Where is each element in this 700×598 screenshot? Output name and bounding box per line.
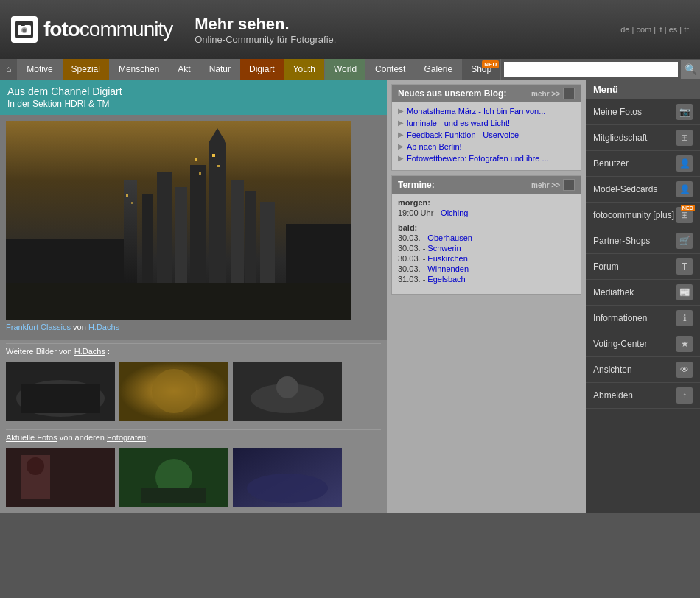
svg-rect-22 (199, 172, 201, 175)
lang-it[interactable]: it (658, 25, 662, 34)
nav-contest[interactable]: Contest (366, 59, 415, 80)
nav-world[interactable]: World (325, 59, 366, 80)
aktuelle-svg-2 (119, 448, 228, 507)
blog-box: Neues aus unserem Blog: mehr >> ▶ Monats… (391, 84, 581, 171)
sidebar-label-voting-center: Voting-Center (593, 339, 647, 349)
search-button[interactable]: 🔍 (681, 60, 700, 79)
fotografen-link[interactable]: Fotografen (107, 433, 146, 442)
search-input[interactable] (504, 62, 678, 77)
svg-rect-14 (245, 191, 256, 283)
sidebar-item-forum[interactable]: Forum T (586, 254, 700, 280)
nav-akt[interactable]: Akt (169, 59, 200, 80)
tagline-main: Mehr sehen. (195, 15, 336, 34)
blog-item-2: ▶ luminale - und es ward Licht! (398, 119, 575, 127)
featured-author-link[interactable]: H.Dachs (88, 323, 119, 331)
svg-rect-19 (126, 194, 128, 197)
featured-title-link[interactable]: Frankfurt Classics (6, 323, 71, 331)
aktuelle-svg-3 (233, 448, 342, 507)
sidebar-item-informationen[interactable]: Informationen ℹ (586, 306, 700, 331)
blog-link-4[interactable]: Ab nach Berlin! (407, 142, 462, 151)
svg-point-3 (23, 29, 27, 32)
termine-oberhausen-link[interactable]: Oberhausen (427, 233, 472, 242)
termine-schwerin-link[interactable]: Schwerin (427, 244, 461, 253)
lang-fr[interactable]: fr (684, 25, 689, 34)
sidebar-item-benutzer[interactable]: Benutzer 👤 (586, 151, 700, 177)
aktuelle-thumb-3[interactable] (233, 448, 342, 507)
blog-header: Neues aus unserem Blog: mehr >> (392, 85, 581, 102)
termine-morgen-item: 19:00 Uhr - Olching (398, 208, 575, 217)
sidebar-item-partner-shops[interactable]: Partner-Shops 🛒 (586, 228, 700, 254)
thumb-svg-1 (6, 362, 115, 421)
thumb-svg-3 (233, 362, 342, 421)
nav-spezial[interactable]: Spezial (63, 59, 110, 80)
channel-title: Aus dem Channel Digiart (7, 85, 379, 97)
sidebar-item-mitgliedschaft[interactable]: Mitgliedschaft ⊞ (586, 125, 700, 151)
sidebar-label-abmelden: Abmelden (593, 390, 633, 401)
sidebar-item-model-sedcards[interactable]: Model-Sedcards 👤 (586, 177, 700, 203)
nav-natur[interactable]: Natur (200, 59, 240, 80)
featured-image[interactable] (6, 121, 351, 320)
termine-egelsbach: 31.03. - Egelsbach (398, 275, 575, 284)
channel-section: In der Sektion HDRI & TM (7, 99, 379, 109)
thumb-1[interactable] (6, 362, 115, 421)
termine-bald-group: bald: 30.03. - Oberhausen 30.03. - Schwe… (398, 223, 575, 284)
camera-icon: 📷 (676, 104, 693, 120)
logo-icon (11, 16, 38, 43)
caption: Frankfurt Classics von H.Dachs (6, 320, 381, 334)
tagline: Mehr sehen. Online-Community für Fotogra… (195, 15, 336, 45)
thumb-3[interactable] (233, 362, 342, 421)
nav-youth[interactable]: Youth (284, 59, 325, 80)
svg-rect-7 (142, 194, 153, 283)
lang-de[interactable]: de (620, 25, 629, 34)
svg-point-40 (247, 474, 328, 503)
blog-link-5[interactable]: Fotowettbewerb: Fotografen und ihre ... (407, 154, 549, 163)
svg-rect-15 (260, 202, 275, 283)
termine-euskirchen-link[interactable]: Euskirchen (427, 254, 467, 263)
aktuelle-link[interactable]: Aktuelle Fotos (6, 433, 57, 442)
termine-olching-link[interactable]: Olching (441, 208, 468, 217)
channel-prefix: Aus dem Channel (7, 85, 89, 97)
svg-point-32 (276, 376, 298, 398)
blog-link-2[interactable]: luminale - und es ward Licht! (407, 119, 510, 127)
blog-item-5: ▶ Fotowettbewerb: Fotografen und ihre ..… (398, 154, 575, 163)
sidebar-label-fotocommunity-plus: fotocommunity [plus] (593, 210, 674, 220)
aktuelle-thumb-2[interactable] (119, 448, 228, 507)
right-panel: Neues aus unserem Blog: mehr >> ▶ Monats… (387, 80, 586, 513)
sidebar-item-voting-center[interactable]: Voting-Center ★ (586, 331, 700, 357)
channel-section-link[interactable]: HDRI & TM (64, 99, 109, 109)
thumb-2[interactable] (119, 362, 228, 421)
termine-header: Termine: mehr >> (392, 176, 581, 194)
termine-box: Termine: mehr >> morgen: 19:00 Uhr - Olc… (391, 175, 581, 295)
termine-icon (563, 179, 575, 191)
plus-neo-badge: NEO (681, 205, 695, 211)
sidebar-item-ansichten[interactable]: Ansichten 👁 (586, 357, 700, 383)
svg-rect-21 (195, 158, 197, 161)
blog-link-1[interactable]: Monatsthema März - Ich bin Fan von... (407, 107, 545, 116)
forum-icon: T (676, 258, 693, 275)
termine-winnenden-link[interactable]: Winnenden (427, 264, 469, 273)
lang-area: de | com | it | es | fr (620, 25, 689, 34)
nav-motive[interactable]: Motive (18, 59, 62, 80)
shop-new-badge: NEU (482, 60, 499, 68)
lang-es[interactable]: es (669, 25, 678, 34)
nav-shop[interactable]: ShopNEU (462, 59, 501, 80)
sidebar-item-meine-fotos[interactable]: Meine Fotos 📷 (586, 99, 700, 125)
svg-rect-38 (141, 488, 206, 503)
channel-header: Aus dem Channel Digiart In der Sektion H… (0, 80, 387, 115)
nav-digiart[interactable]: Digiart (240, 59, 284, 80)
tagline-sub: Online-Community für Fotografie. (195, 34, 336, 45)
aktuelle-row (6, 448, 381, 507)
sidebar-label-ansichten: Ansichten (593, 365, 632, 375)
nav-menschen[interactable]: Menschen (110, 59, 169, 80)
nav-home[interactable]: ⌂ (0, 59, 18, 80)
blog-link-3[interactable]: Feedback Funktion - Uservoice (407, 130, 519, 139)
channel-link[interactable]: Digiart (92, 85, 122, 97)
sidebar-item-abmelden[interactable]: Abmelden ↑ (586, 383, 700, 409)
lang-com[interactable]: com (636, 25, 651, 34)
termine-egelsbach-link[interactable]: Egelsbach (427, 275, 465, 284)
sidebar-item-fotocommunity-plus[interactable]: fotocommunity [plus] ⊞NEO (586, 203, 700, 228)
sidebar-item-mediathek[interactable]: Mediathek 📰 (586, 280, 700, 306)
nav-galerie[interactable]: Galerie (415, 59, 462, 80)
thumbs-author-link[interactable]: H.Dachs (74, 347, 105, 356)
aktuelle-thumb-1[interactable] (6, 448, 115, 507)
